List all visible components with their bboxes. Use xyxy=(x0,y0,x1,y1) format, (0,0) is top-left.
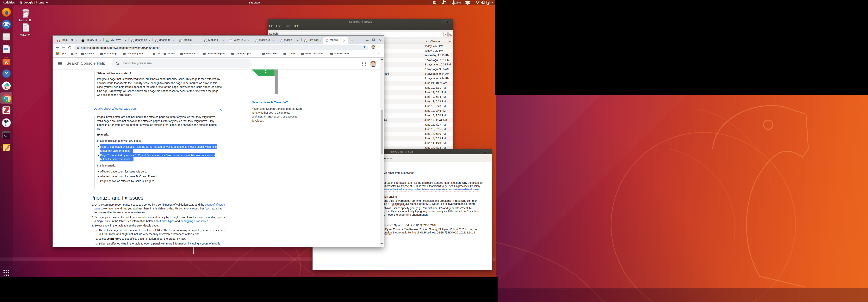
svg-text:?: ? xyxy=(5,71,8,76)
svg-text:A: A xyxy=(5,60,8,65)
svg-text:>_: >_ xyxy=(3,134,7,137)
svg-text:22%: 22% xyxy=(455,1,461,4)
